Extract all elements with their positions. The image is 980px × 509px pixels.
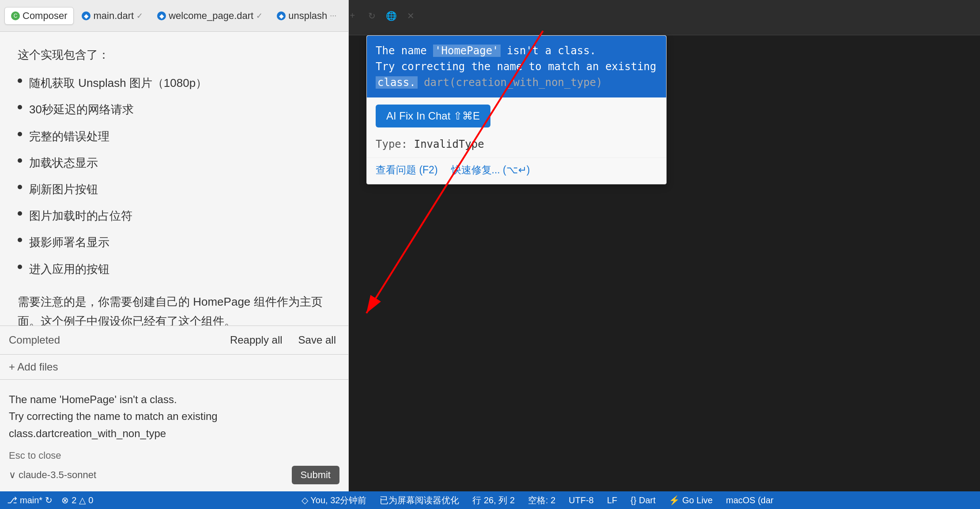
error-message-box: The name 'HomePage' isn't a class. Try c… (9, 387, 339, 446)
composer-panel: C Composer ◆ main.dart ✓ ◆ welcome_page.… (0, 0, 349, 491)
tab-welcome-page[interactable]: ◆ welcome_page.dart ✓ (151, 7, 269, 24)
status-os: macOS (dar (726, 494, 773, 506)
error-header-line2: Try correcting the name to match an exis… (376, 59, 657, 75)
intro-text: 这个实现包含了： (18, 45, 331, 64)
footer-actions: Reapply all Save all (226, 332, 339, 348)
note-text: 需要注意的是，你需要创建自己的 HomePage 组件作为主页面。这个例子中假设… (18, 292, 331, 326)
composer-tabs: C Composer ◆ main.dart ✓ ◆ welcome_page.… (0, 0, 348, 32)
esc-hint: Esc to close (9, 450, 339, 461)
the-word: The name (376, 45, 433, 57)
branch-name: main* (20, 495, 42, 505)
dart-icon-main: ◆ (82, 11, 90, 20)
dots-icon: ··· (330, 11, 336, 20)
status-you-time: ◇ You, 32分钟前 (302, 494, 366, 506)
tab-unsplash[interactable]: ◆ unsplash ··· (271, 7, 343, 24)
close-panel-button[interactable]: ✕ (403, 8, 418, 24)
isnt-class: isn't a class. (507, 45, 596, 57)
bullet-dot-2 (18, 105, 22, 109)
tab-main-dart[interactable]: ◆ main.dart ✓ (75, 7, 149, 24)
tab-composer-label: Composer (23, 10, 67, 22)
tab-actions: + ↻ 🌐 ✕ (344, 8, 418, 24)
list-item-4: 加载状态显示 (18, 153, 331, 172)
status-cursor-pos: 行 26, 列 2 (472, 494, 515, 506)
list-item-5: 刷新图片按钮 (18, 180, 331, 199)
status-eol: LF (607, 494, 617, 506)
input-area: The name 'HomePage' isn't a class. Try c… (0, 379, 348, 491)
model-selector[interactable]: ∨ claude-3.5-sonnet (9, 469, 96, 481)
list-item-1: 随机获取 Unsplash 图片（1080p） (18, 73, 331, 93)
composer-content: 这个实现包含了： 随机获取 Unsplash 图片（1080p） 30秒延迟的网… (0, 32, 348, 326)
add-files-button[interactable]: + Add files (9, 361, 58, 373)
error-actions: 查看问题 (F2) 快速修复... (⌥↵) (367, 157, 666, 184)
bullet-dot-4 (18, 158, 22, 163)
dart-icon-unsplash: ◆ (277, 11, 286, 20)
bullet-dot-3 (18, 132, 22, 136)
tab-welcome-label: welcome_page.dart (169, 10, 253, 22)
sync-icon: ↻ (45, 495, 53, 505)
add-tab-button[interactable]: + (344, 8, 360, 24)
list-item-7: 摄影师署名显示 (18, 232, 331, 252)
check-icon-main: ✓ (136, 11, 143, 21)
type-value: InvalidType (414, 138, 484, 150)
error-tooltip-header: The name 'HomePage' isn't a class. Try c… (367, 36, 666, 97)
error-header-line3: class. dart(creation_with_non_type) (376, 75, 657, 90)
bullet-dot-1 (18, 79, 22, 83)
error-header-line1: The name 'HomePage' isn't a class. (376, 43, 657, 59)
error-type-line: Type: InvalidType (367, 135, 666, 157)
input-bottom-bar: ∨ claude-3.5-sonnet Submit (9, 466, 339, 484)
completed-status: Completed (9, 334, 60, 346)
status-errors[interactable]: ⊗ 2 △ 0 (61, 495, 93, 505)
warning-icon: △ (79, 495, 86, 505)
status-go-live[interactable]: ⚡ Go Live (669, 494, 712, 506)
error-count: 2 (72, 495, 76, 505)
tab-main-dart-label: main.dart (93, 10, 134, 22)
composer-icon: C (11, 11, 20, 20)
list-item-3: 完整的错误处理 (18, 127, 331, 146)
chevron-down-icon: ∨ (9, 469, 16, 481)
submit-button[interactable]: Submit (292, 466, 339, 484)
tab-composer[interactable]: C Composer (4, 7, 74, 25)
view-problem-link[interactable]: 查看问题 (F2) (376, 163, 438, 177)
status-git-branch[interactable]: ⎇ main* ↻ (7, 495, 53, 505)
ai-fix-in-chat-button[interactable]: AI Fix In Chat ⇧⌘E (376, 105, 490, 127)
composer-footer: Completed Reapply all Save all (0, 326, 348, 354)
model-name: claude-3.5-sonnet (19, 469, 96, 481)
add-files-bar: + Add files (0, 354, 348, 379)
list-item-2: 30秒延迟的网络请求 (18, 100, 331, 119)
list-item-8: 进入应用的按钮 (18, 259, 331, 279)
error-line-1: The name 'HomePage' isn't a class. (9, 391, 339, 408)
bullet-list: 随机获取 Unsplash 图片（1080p） 30秒延迟的网络请求 完整的错误… (18, 73, 331, 279)
quick-fix-link[interactable]: 快速修复... (⌥↵) (451, 163, 530, 177)
status-accessibility: 已为屏幕阅读器优化 (380, 494, 459, 506)
check-icon-welcome: ✓ (256, 11, 263, 21)
status-bar: ⎇ main* ↻ ⊗ 2 △ 0 ◇ You, 32分钟前 已为屏幕阅读器优化… (0, 491, 980, 509)
error-tooltip: The name 'HomePage' isn't a class. Try c… (366, 35, 667, 184)
save-all-button[interactable]: Save all (295, 332, 339, 348)
git-branch-icon: ⎇ (7, 495, 17, 505)
reapply-all-button[interactable]: Reapply all (226, 332, 286, 348)
warning-count: 0 (88, 495, 93, 505)
dart-info: dart(creation_with_non_type) (424, 76, 603, 89)
error-icon: ⊗ (61, 495, 69, 505)
refresh-button[interactable]: ↻ (364, 8, 380, 24)
class-highlight: class. (376, 76, 418, 89)
status-center: ◇ You, 32分钟前 已为屏幕阅读器优化 行 26, 列 2 空格: 2 U… (102, 494, 973, 506)
status-language: {} Dart (630, 494, 656, 506)
homepage-highlight: 'HomePage' (433, 45, 501, 57)
status-spaces: 空格: 2 (528, 494, 555, 506)
bullet-dot-5 (18, 185, 22, 189)
bullet-dot-6 (18, 211, 22, 216)
error-line-2: Try correcting the name to match an exis… (9, 408, 339, 442)
type-label: Type: (376, 138, 407, 150)
dart-icon-welcome: ◆ (157, 11, 166, 20)
list-item-6: 图片加载时的占位符 (18, 206, 331, 225)
globe-button[interactable]: 🌐 (383, 8, 399, 24)
tab-unsplash-label: unsplash (288, 10, 327, 22)
status-encoding: UTF-8 (569, 494, 594, 506)
bullet-dot-7 (18, 238, 22, 242)
bullet-dot-8 (18, 265, 22, 269)
